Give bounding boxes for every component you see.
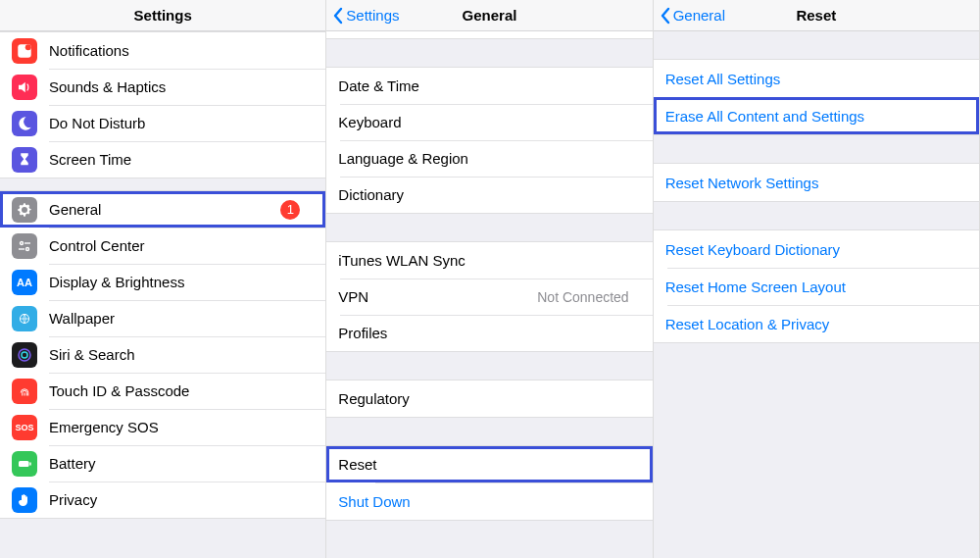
notification-badge: 1 bbox=[280, 200, 300, 220]
row-label: Profiles bbox=[338, 325, 634, 341]
row-label: Control Center bbox=[49, 237, 308, 254]
chevron-right-icon bbox=[308, 312, 316, 326]
row-resetloc[interactable]: Reset Location & Privacy bbox=[654, 305, 979, 342]
svg-point-4 bbox=[26, 247, 29, 250]
chevron-right-icon bbox=[635, 254, 643, 268]
row-general[interactable]: General 1 bbox=[0, 191, 325, 228]
chevron-right-icon bbox=[308, 44, 316, 58]
row-label: Reset Location & Privacy bbox=[665, 316, 969, 332]
chevron-right-icon bbox=[635, 152, 643, 166]
reset-body: Reset All Settings Erase All Content and… bbox=[654, 31, 979, 558]
row-display[interactable]: AA Display & Brightness bbox=[0, 264, 325, 300]
row-label: Wallpaper bbox=[49, 310, 308, 327]
row-keyboard[interactable]: Keyboard bbox=[326, 104, 652, 140]
reset-nav: General Reset bbox=[654, 0, 979, 31]
row-label: Sounds & Haptics bbox=[49, 78, 308, 95]
chevron-right-icon bbox=[635, 79, 643, 93]
row-dnd[interactable]: Do Not Disturb bbox=[0, 105, 325, 141]
row-label: Emergency SOS bbox=[49, 419, 308, 435]
row-value: Not Connected bbox=[537, 289, 628, 305]
row-label: Reset Keyboard Dictionary bbox=[665, 241, 969, 258]
sos-icon: SOS bbox=[12, 415, 37, 440]
row-vpn[interactable]: VPN Not Connected bbox=[326, 279, 652, 315]
settings-body: Notifications Sounds & Haptics Do Not Di… bbox=[0, 31, 325, 558]
row-battery[interactable]: Battery bbox=[0, 445, 325, 482]
row-sounds[interactable]: Sounds & Haptics bbox=[0, 69, 325, 105]
row-resetnet[interactable]: Reset Network Settings bbox=[654, 164, 979, 201]
settings-title: Settings bbox=[134, 7, 192, 24]
row-label: Touch ID & Passcode bbox=[49, 382, 308, 399]
chevron-right-icon bbox=[308, 457, 316, 471]
row-label: Shut Down bbox=[338, 493, 642, 510]
row-regulatory[interactable]: Regulatory bbox=[326, 380, 652, 417]
row-profiles[interactable]: Profiles bbox=[326, 315, 652, 351]
row-controlcenter[interactable]: Control Center bbox=[0, 228, 325, 264]
back-to-general[interactable]: General bbox=[660, 0, 725, 30]
row-sos[interactable]: SOS Emergency SOS bbox=[0, 409, 325, 445]
chevron-right-icon bbox=[308, 80, 316, 94]
row-datetime[interactable]: Date & Time bbox=[326, 68, 652, 104]
chevron-right-icon bbox=[308, 239, 316, 253]
chevron-right-icon bbox=[308, 276, 316, 289]
row-label: Date & Time bbox=[338, 77, 634, 94]
row-shutdown[interactable]: Shut Down bbox=[326, 482, 652, 520]
general-pane: Settings General Date & Time Keyboard La… bbox=[326, 0, 653, 558]
chevron-right-icon bbox=[308, 203, 316, 217]
row-label: Reset All Settings bbox=[665, 71, 969, 87]
sounds-icon bbox=[12, 75, 37, 100]
row-resetall[interactable]: Reset All Settings bbox=[654, 60, 979, 97]
row-label: Do Not Disturb bbox=[49, 115, 308, 131]
svg-point-2 bbox=[21, 241, 24, 244]
svg-rect-10 bbox=[29, 462, 31, 465]
display-icon: AA bbox=[12, 270, 37, 295]
battery-icon bbox=[12, 451, 37, 477]
row-label: General bbox=[49, 201, 280, 218]
chevron-right-icon bbox=[308, 493, 316, 507]
row-wallpaper[interactable]: Wallpaper bbox=[0, 300, 325, 336]
gear-icon bbox=[12, 197, 37, 223]
row-label: Screen Time bbox=[49, 151, 308, 168]
row-label: Display & Brightness bbox=[49, 274, 308, 290]
row-label: Dictionary bbox=[338, 186, 634, 203]
chevron-right-icon bbox=[308, 421, 316, 434]
moon-icon bbox=[12, 111, 37, 136]
row-label: Language & Region bbox=[338, 150, 634, 167]
row-dictionary[interactable]: Dictionary bbox=[326, 177, 652, 213]
back-label: General bbox=[673, 7, 725, 24]
hourglass-icon bbox=[12, 147, 37, 173]
reset-pane: General Reset Reset All Settings Erase A… bbox=[654, 0, 980, 558]
row-langregion[interactable]: Language & Region bbox=[326, 140, 652, 177]
row-label: Regulatory bbox=[338, 390, 634, 407]
row-label: Siri & Search bbox=[49, 346, 308, 363]
row-reset[interactable]: Reset bbox=[326, 446, 652, 482]
row-label: Privacy bbox=[49, 491, 308, 508]
row-label: Reset Home Screen Layout bbox=[665, 279, 969, 295]
row-label: Keyboard bbox=[338, 114, 634, 130]
chevron-right-icon bbox=[635, 392, 643, 406]
row-label: Notifications bbox=[49, 42, 308, 59]
chevron-right-icon bbox=[635, 458, 643, 472]
row-label: Reset Network Settings bbox=[665, 175, 969, 191]
chevron-right-icon bbox=[635, 116, 643, 129]
wallpaper-icon bbox=[12, 306, 37, 331]
row-screentime[interactable]: Screen Time bbox=[0, 141, 325, 178]
notifications-icon bbox=[12, 38, 37, 64]
row-touchid[interactable]: Touch ID & Passcode bbox=[0, 373, 325, 409]
row-notifications[interactable]: Notifications bbox=[0, 32, 325, 69]
chevron-right-icon bbox=[308, 348, 316, 362]
row-label: Reset bbox=[338, 456, 634, 473]
row-eraseall[interactable]: Erase All Content and Settings bbox=[654, 97, 979, 134]
row-siri[interactable]: Siri & Search bbox=[0, 336, 325, 373]
chevron-right-icon bbox=[308, 153, 316, 167]
row-ituneswlan[interactable]: iTunes WLAN Sync bbox=[326, 242, 652, 279]
row-resethome[interactable]: Reset Home Screen Layout bbox=[654, 268, 979, 305]
chevron-right-icon bbox=[635, 290, 643, 304]
fingerprint-icon bbox=[12, 379, 37, 404]
row-resetkb[interactable]: Reset Keyboard Dictionary bbox=[654, 230, 979, 268]
row-privacy[interactable]: Privacy bbox=[0, 482, 325, 518]
back-to-settings[interactable]: Settings bbox=[332, 0, 399, 30]
hand-icon bbox=[12, 487, 37, 513]
chevron-right-icon bbox=[308, 117, 316, 130]
svg-point-7 bbox=[19, 349, 30, 361]
svg-rect-9 bbox=[19, 461, 29, 467]
